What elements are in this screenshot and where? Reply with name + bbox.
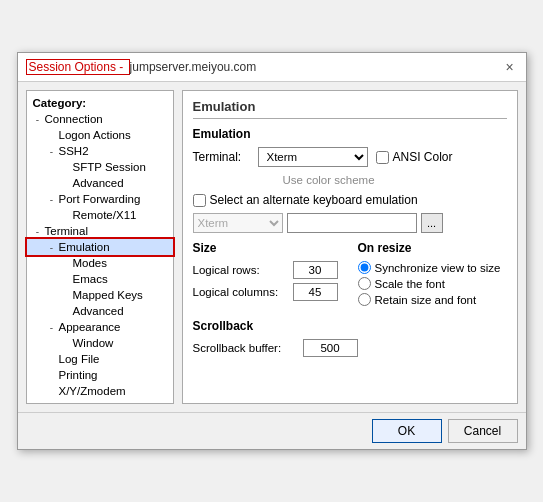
sidebar-item-label: Modes <box>73 257 108 269</box>
sidebar-item-terminal[interactable]: - Terminal <box>27 223 173 239</box>
sidebar-item-label: Mapped Keys <box>73 289 143 301</box>
logical-rows-row: Logical rows: <box>193 261 342 279</box>
logical-rows-label: Logical rows: <box>193 264 293 276</box>
dialog-title-highlight: Session Options - <box>26 59 130 75</box>
sidebar-item-window[interactable]: Window <box>27 335 173 351</box>
ansi-color-checkbox[interactable] <box>376 151 389 164</box>
logical-rows-input[interactable] <box>293 261 338 279</box>
expander-icon: - <box>45 322 59 333</box>
sidebar-item-connection[interactable]: - Connection <box>27 111 173 127</box>
sidebar-item-label: Window <box>73 337 114 349</box>
logical-columns-row: Logical columns: <box>193 283 342 301</box>
sidebar-item-label: X/Y/Zmodem <box>59 385 126 397</box>
alt-keyboard-type-select[interactable]: Xterm <box>193 213 283 233</box>
close-button[interactable]: × <box>502 59 518 75</box>
sidebar-item-label: Printing <box>59 369 98 381</box>
ansi-color-area: ANSI Color <box>376 150 458 164</box>
ansi-color-checkbox-row: ANSI Color <box>376 150 458 164</box>
sidebar-item-label: Remote/X11 <box>73 209 137 221</box>
sidebar-item-label: Emulation <box>59 241 110 253</box>
sidebar-item-printing[interactable]: Printing <box>27 367 173 383</box>
terminal-row: Terminal: Xterm ANSI Color <box>193 147 507 167</box>
sidebar-item-remote-x11[interactable]: Remote/X11 <box>27 207 173 223</box>
sidebar-item-log-file[interactable]: Log File <box>27 351 173 367</box>
browse-button[interactable]: ... <box>421 213 443 233</box>
expander-icon: - <box>45 242 59 253</box>
expander-icon: - <box>31 114 45 125</box>
terminal-select[interactable]: Xterm <box>258 147 368 167</box>
sidebar-item-appearance[interactable]: - Appearance <box>27 319 173 335</box>
expander-icon: - <box>45 146 59 157</box>
sidebar-item-label: SSH2 <box>59 145 89 157</box>
titlebar: Session Options - jumpserver.meiyou.com … <box>18 53 526 82</box>
sidebar-item-mapped-keys[interactable]: Mapped Keys <box>27 287 173 303</box>
sidebar-item-sftp-session[interactable]: SFTP Session <box>27 159 173 175</box>
alt-keyboard-selects: Xterm ... <box>193 213 507 233</box>
resize-option-retain-size: Retain size and font <box>358 293 507 306</box>
two-col-section: Size Logical rows: Logical columns: On r… <box>193 241 507 309</box>
dialog-body: Category: - Connection Logon Actions - S… <box>18 82 526 412</box>
resize-option-scale-font: Scale the font <box>358 277 507 290</box>
scrollback-buffer-input[interactable] <box>303 339 358 357</box>
on-resize-title: On resize <box>358 241 507 255</box>
expander-icon: - <box>31 226 45 237</box>
logical-columns-input[interactable] <box>293 283 338 301</box>
synchronize-radio[interactable] <box>358 261 371 274</box>
alt-keyboard-row: Select an alternate keyboard emulation <box>193 193 507 207</box>
sidebar-item-label: SFTP Session <box>73 161 146 173</box>
sidebar-item-label: Appearance <box>59 321 121 333</box>
alt-keyboard-label: Select an alternate keyboard emulation <box>210 193 418 207</box>
alt-keyboard-path-input[interactable] <box>287 213 417 233</box>
sidebar-item-emulation[interactable]: - Emulation <box>27 239 173 255</box>
retain-size-label: Retain size and font <box>375 294 477 306</box>
main-panel: Emulation Emulation Terminal: Xterm ANSI… <box>182 90 518 404</box>
sidebar-item-label: Emacs <box>73 273 108 285</box>
synchronize-label: Synchronize view to size <box>375 262 501 274</box>
sidebar-item-label: Connection <box>45 113 103 125</box>
sidebar-item-advanced[interactable]: Advanced <box>27 175 173 191</box>
cancel-button[interactable]: Cancel <box>448 419 518 443</box>
use-color-scheme-label: Use color scheme <box>283 174 375 186</box>
category-label: Category: <box>27 95 173 111</box>
scale-font-radio[interactable] <box>358 277 371 290</box>
sidebar-item-label: Logon Actions <box>59 129 131 141</box>
sidebar-item-logon-actions[interactable]: Logon Actions <box>27 127 173 143</box>
size-section-title: Size <box>193 241 342 255</box>
scale-font-label: Scale the font <box>375 278 445 290</box>
alt-keyboard-checkbox[interactable] <box>193 194 206 207</box>
sidebar-item-label: Terminal <box>45 225 88 237</box>
dialog-footer: OK Cancel <box>18 412 526 449</box>
ansi-color-label: ANSI Color <box>393 150 458 164</box>
sidebar-item-xy-zmodem[interactable]: X/Y/Zmodem <box>27 383 173 399</box>
sidebar-item-advanced2[interactable]: Advanced <box>27 303 173 319</box>
dialog-title-host: jumpserver.meiyou.com <box>130 60 257 74</box>
sidebar-item-modes[interactable]: Modes <box>27 255 173 271</box>
emulation-section-label: Emulation <box>193 127 507 141</box>
expander-icon: - <box>45 194 59 205</box>
scrollback-title: Scrollback <box>193 319 507 333</box>
session-options-dialog: Session Options - jumpserver.meiyou.com … <box>17 52 527 450</box>
resize-option-synchronize: Synchronize view to size <box>358 261 507 274</box>
sidebar-item-label: Port Forwarding <box>59 193 141 205</box>
logical-columns-label: Logical columns: <box>193 286 293 298</box>
scrollback-buffer-row: Scrollback buffer: <box>193 339 507 357</box>
panel-title: Emulation <box>193 99 507 119</box>
sidebar-item-label: Advanced <box>73 177 124 189</box>
scrollback-section: Scrollback Scrollback buffer: <box>193 319 507 357</box>
titlebar-title: Session Options - jumpserver.meiyou.com <box>26 60 257 74</box>
scrollback-buffer-label: Scrollback buffer: <box>193 342 303 354</box>
ok-button[interactable]: OK <box>372 419 442 443</box>
sidebar-item-label: Log File <box>59 353 100 365</box>
on-resize-section: On resize Synchronize view to size Scale… <box>358 241 507 309</box>
use-color-scheme-row: Use color scheme <box>263 173 507 187</box>
terminal-label: Terminal: <box>193 150 258 164</box>
sidebar-item-label: Advanced <box>73 305 124 317</box>
sidebar-item-emacs[interactable]: Emacs <box>27 271 173 287</box>
size-section: Size Logical rows: Logical columns: <box>193 241 342 309</box>
sidebar-item-port-forwarding[interactable]: - Port Forwarding <box>27 191 173 207</box>
sidebar-item-ssh2[interactable]: - SSH2 <box>27 143 173 159</box>
retain-size-radio[interactable] <box>358 293 371 306</box>
category-tree: Category: - Connection Logon Actions - S… <box>26 90 174 404</box>
